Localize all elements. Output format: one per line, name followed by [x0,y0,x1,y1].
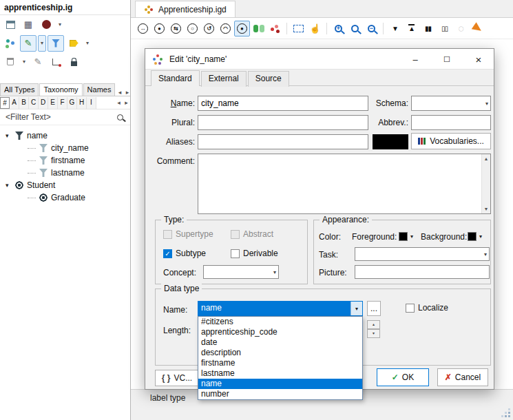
spin-up-icon[interactable]: ▴ [367,320,380,329]
scroll-left-icon[interactable]: ◂ [115,99,123,106]
dropdown-option[interactable]: description [198,348,362,358]
red-links-icon[interactable] [267,21,283,36]
selection-rectangle-icon[interactable] [291,21,306,36]
tree-item-graduate[interactable]: Graduate [0,191,130,204]
aliases-input[interactable] [198,134,368,149]
tree-item-lastname[interactable]: lastname [0,167,130,179]
alpha-tab[interactable]: B [19,97,29,109]
lock-icon[interactable] [65,54,82,70]
eye-circle-icon[interactable]: ● [234,21,250,36]
dropdown-option[interactable]: name [198,379,362,389]
arc-circle-icon[interactable]: ◠ [218,21,233,36]
pencil-icon[interactable]: ✎ [30,54,46,70]
grid-view-icon[interactable]: ▦ [20,17,36,33]
scroll-right-icon[interactable]: ▸ [123,99,130,106]
cancel-button[interactable]: ✗ Cancel [437,368,488,386]
zoom-reset-icon[interactable] [347,21,363,36]
alpha-tab[interactable]: I [87,97,96,109]
plural-input[interactable] [198,115,368,130]
length-spinner[interactable]: ▴ ▾ [367,320,380,338]
ok-button[interactable]: ✓ OK [377,368,429,386]
toggle-pills-icon[interactable] [251,21,266,36]
dropdown-option[interactable]: date [198,337,362,348]
cone-icon[interactable] [470,21,485,36]
abstract-checkbox[interactable]: Abstract [231,229,273,239]
dropdown-arrow-icon[interactable]: ▾ [38,35,46,52]
name-input[interactable] [198,96,368,111]
derivable-checkbox[interactable]: Derivable [231,249,278,258]
scrollbar[interactable]: ▲ ▼ [481,154,490,213]
scroll-left-icon[interactable]: ◂ [116,89,123,96]
minimize-button[interactable]: – [407,53,423,65]
toolbar-separator[interactable] [324,21,330,36]
filter-input[interactable] [4,112,117,123]
arrows-horizontal-circle-icon[interactable]: ↔ [135,21,151,36]
dropdown-option[interactable]: number [198,389,362,399]
tree-item-student[interactable]: ▾Student [0,179,130,191]
diagram-window-icon[interactable] [2,17,19,33]
chevron-down-icon[interactable]: ▾ [479,233,482,240]
dropdown-arrow-icon[interactable]: ▾ [56,17,64,33]
task-dropdown[interactable]: ▾ [355,247,490,261]
scroll-right-icon[interactable]: ▸ [123,89,131,96]
zoom-out-icon[interactable]: − [364,21,379,36]
alpha-tab[interactable]: E [48,97,58,109]
dropdown-option[interactable]: apprenticeship_code [198,327,362,337]
alpha-tab[interactable]: A [10,97,19,109]
dialog-tab-standard[interactable]: Standard [151,70,200,86]
picture-input[interactable] [355,265,490,279]
tab-taxonomy[interactable]: Taxonomy [39,83,82,96]
connector-icon[interactable] [48,54,64,70]
maximize-button[interactable]: ☐ [439,53,455,65]
tab-names[interactable]: Names [83,83,116,96]
alpha-tab[interactable]: D [39,97,48,109]
schema-dropdown[interactable]: ▾ [411,96,491,111]
datatype-name-combobox[interactable]: name ▾ [198,301,363,316]
dropdown-option[interactable]: firstname [198,358,362,368]
dotted-circle-icon[interactable]: ◌ [453,21,469,36]
tab-all-types[interactable]: All Types [0,83,39,96]
tree-item-city-name[interactable]: city_name [0,142,130,154]
spin-down-icon[interactable]: ▾ [367,329,380,338]
distribute-icon[interactable]: ▯▯ [437,21,452,36]
funnel-tool-icon[interactable] [48,35,64,52]
dropdown-arrow-icon[interactable]: ▾ [83,35,92,52]
align-middle-icon[interactable]: ▮▮ [420,21,436,36]
chevron-down-icon[interactable]: ▾ [350,302,362,315]
vc-button[interactable]: { } VC... [155,370,199,386]
alpha-tab[interactable]: F [58,97,67,109]
zoom-in-icon[interactable]: + [331,21,346,36]
rotate-circle-icon[interactable]: ↺ [201,21,217,36]
background-color-swatch[interactable] [468,232,477,241]
tree-item-firstname[interactable]: firstname [0,154,130,167]
localize-checkbox[interactable]: Localize [406,303,448,313]
align-top-icon[interactable]: ▲ [404,21,419,36]
resize-grip[interactable] [502,409,510,417]
dialog-tab-external[interactable]: External [201,71,247,87]
hand-pan-icon[interactable]: ☝ [307,21,323,36]
supertype-checkbox[interactable]: Supertype [163,229,213,239]
filled-dot-circle-icon[interactable]: ● [151,21,167,36]
abbrev-input[interactable] [411,115,491,130]
dropdown-option[interactable]: #citizens [198,317,362,327]
vocabularies-button[interactable]: Vocabularies... [411,133,491,149]
tree-item-name[interactable]: ▾name [0,129,130,142]
subtype-checkbox[interactable]: Subtype [163,249,206,258]
molecule-icon[interactable] [2,35,19,52]
dropdown-option[interactable]: lastname [198,368,362,379]
alpha-tab[interactable]: C [29,97,39,109]
pen-tool-icon[interactable]: ✎ [20,35,36,52]
trash-icon[interactable] [2,54,19,70]
filter-circle-icon[interactable] [38,17,54,33]
dropdown-arrow-icon[interactable]: ▾ [20,54,28,70]
scroll-down-icon[interactable]: ▼ [484,207,489,211]
dialog-tab-source[interactable]: Source [248,71,289,87]
expander-icon[interactable]: ▾ [6,132,14,139]
toolbar-separator[interactable] [380,21,386,36]
exchange-circle-icon[interactable]: ⇆ [168,21,184,36]
ring-circle-icon[interactable]: ○ [185,21,200,36]
foreground-color-swatch[interactable] [399,232,408,241]
alpha-tab[interactable]: # [0,97,10,109]
toolbar-separator[interactable] [284,21,290,36]
expander-icon[interactable]: ▾ [6,182,14,189]
